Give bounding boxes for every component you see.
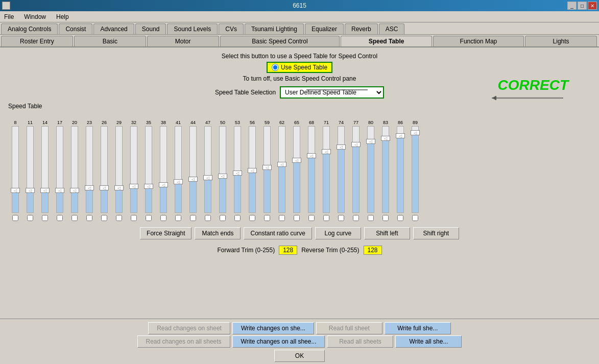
slider-track-62[interactable]: [278, 126, 285, 213]
checkbox-41[interactable]: [175, 215, 181, 221]
slider-thumb-11[interactable]: [26, 188, 35, 193]
checkbox-74[interactable]: [338, 215, 344, 221]
slider-track-11[interactable]: [27, 126, 34, 213]
slider-thumb-26[interactable]: [100, 185, 109, 190]
slider-track-86[interactable]: [397, 126, 404, 213]
slider-track-17[interactable]: [56, 126, 63, 213]
tab-cvs[interactable]: CVs: [219, 23, 244, 34]
checkbox-62[interactable]: [279, 215, 285, 221]
checkbox-83[interactable]: [382, 215, 389, 221]
checkbox-11[interactable]: [27, 215, 33, 221]
slider-track-44[interactable]: [189, 126, 197, 213]
write-full-sheet-button[interactable]: Write full she...: [385, 322, 451, 334]
slider-track-77[interactable]: [352, 126, 360, 213]
slider-thumb-23[interactable]: [85, 185, 94, 190]
tab-motor[interactable]: Motor: [147, 36, 219, 46]
slider-thumb-41[interactable]: [174, 179, 183, 184]
slider-thumb-74[interactable]: [337, 144, 346, 150]
slider-thumb-86[interactable]: [396, 133, 405, 138]
slider-thumb-50[interactable]: [218, 174, 227, 179]
slider-track-41[interactable]: [175, 126, 182, 213]
slider-thumb-14[interactable]: [40, 188, 50, 193]
slider-track-32[interactable]: [130, 126, 137, 213]
slider-track-68[interactable]: [308, 126, 315, 213]
slider-track-14[interactable]: [41, 126, 49, 213]
menu-window[interactable]: Window: [22, 13, 48, 21]
read-all-sheets-button[interactable]: Read all sheets: [327, 335, 393, 348]
slider-track-59[interactable]: [263, 126, 271, 213]
slider-thumb-17[interactable]: [55, 188, 64, 193]
checkbox-20[interactable]: [71, 215, 78, 221]
checkbox-86[interactable]: [397, 215, 403, 221]
slider-track-71[interactable]: [323, 126, 330, 213]
slider-thumb-20[interactable]: [70, 188, 79, 193]
checkbox-89[interactable]: [412, 215, 418, 221]
slider-track-89[interactable]: [412, 126, 419, 213]
tab-basic[interactable]: Basic: [74, 36, 146, 46]
tab-analog-controls[interactable]: Analog Controls: [1, 23, 58, 34]
slider-track-38[interactable]: [160, 126, 167, 213]
tab-lights[interactable]: Lights: [525, 36, 597, 46]
close-button[interactable]: ✕: [588, 2, 597, 10]
match-ends-button[interactable]: Match ends: [195, 227, 241, 239]
checkbox-8[interactable]: [12, 215, 18, 221]
checkbox-38[interactable]: [160, 215, 166, 221]
slider-track-50[interactable]: [219, 126, 226, 213]
tab-reverb[interactable]: Reverb: [345, 23, 378, 34]
minimize-button[interactable]: _: [567, 2, 577, 10]
tab-sound-levels[interactable]: Sound Levels: [167, 23, 218, 34]
maximize-button[interactable]: □: [578, 2, 587, 10]
slider-track-35[interactable]: [145, 126, 152, 213]
slider-thumb-89[interactable]: [411, 130, 420, 135]
checkbox-56[interactable]: [249, 215, 255, 221]
tab-consist[interactable]: Consist: [59, 23, 92, 34]
slider-track-80[interactable]: [367, 126, 374, 213]
slider-thumb-71[interactable]: [322, 149, 331, 154]
checkbox-65[interactable]: [294, 215, 300, 221]
tab-tsunami-lighting[interactable]: Tsunami Lighting: [245, 23, 304, 34]
slider-thumb-53[interactable]: [233, 171, 242, 176]
slider-thumb-80[interactable]: [366, 139, 375, 144]
slider-track-65[interactable]: [293, 126, 300, 213]
tab-roster-entry[interactable]: Roster Entry: [1, 36, 73, 46]
slider-thumb-56[interactable]: [248, 168, 257, 173]
checkbox-23[interactable]: [86, 215, 92, 221]
slider-track-20[interactable]: [71, 126, 78, 213]
slider-thumb-29[interactable]: [114, 185, 124, 190]
slider-thumb-62[interactable]: [277, 162, 286, 167]
checkbox-44[interactable]: [190, 215, 196, 221]
shift-right-button[interactable]: Shift right: [413, 227, 459, 239]
forward-trim-input[interactable]: [279, 246, 297, 255]
use-speed-table-radio[interactable]: [272, 64, 279, 71]
checkbox-80[interactable]: [368, 215, 374, 221]
slider-thumb-38[interactable]: [159, 182, 168, 187]
read-changes-all-sheets-button[interactable]: Read changes on all sheets: [137, 335, 230, 348]
slider-track-23[interactable]: [86, 126, 93, 213]
slider-thumb-44[interactable]: [188, 177, 198, 182]
menu-file[interactable]: File: [2, 13, 16, 21]
log-curve-button[interactable]: Log curve: [315, 227, 361, 239]
slider-thumb-68[interactable]: [307, 153, 316, 158]
slider-thumb-8[interactable]: [11, 188, 20, 193]
checkbox-14[interactable]: [42, 215, 48, 221]
reverse-trim-input[interactable]: [364, 246, 382, 255]
tab-function-map[interactable]: Function Map: [433, 36, 524, 46]
checkbox-68[interactable]: [308, 215, 315, 221]
slider-track-8[interactable]: [12, 126, 19, 213]
write-changes-sheet-button[interactable]: Write changes on she...: [232, 322, 314, 334]
slider-thumb-65[interactable]: [292, 158, 301, 163]
write-changes-all-sheets-button[interactable]: Write changes on all shee...: [232, 335, 325, 348]
read-full-sheet-button[interactable]: Read full sheet: [316, 322, 382, 334]
slider-thumb-83[interactable]: [381, 136, 390, 141]
tab-speed-table[interactable]: Speed Table: [341, 36, 432, 46]
checkbox-26[interactable]: [101, 215, 107, 221]
checkbox-29[interactable]: [116, 215, 122, 221]
tab-equalizer[interactable]: Equalizer: [305, 23, 344, 34]
checkbox-50[interactable]: [220, 215, 226, 221]
constant-ratio-button[interactable]: Constant ratio curve: [244, 227, 312, 239]
checkbox-17[interactable]: [57, 215, 63, 221]
menu-help[interactable]: Help: [54, 13, 71, 21]
tab-sound[interactable]: Sound: [135, 23, 166, 34]
slider-track-26[interactable]: [101, 126, 108, 213]
checkbox-53[interactable]: [234, 215, 241, 221]
